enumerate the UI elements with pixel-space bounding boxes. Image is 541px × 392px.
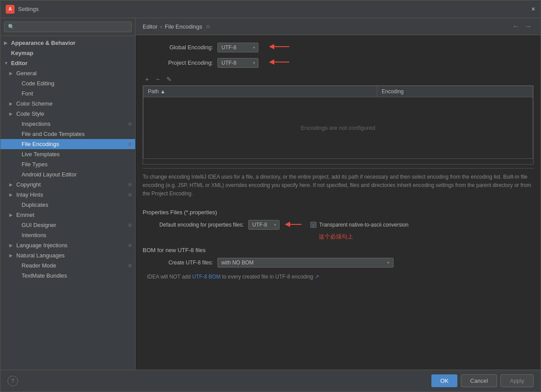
breadcrumb-parent: Editor [143,23,158,30]
red-arrow-annotation-2 [267,58,294,68]
settings-icon: ⊞ [128,223,132,227]
table-toolbar: + − ✎ [143,73,534,85]
nav-arrows: ← → [511,22,534,30]
arrow-icon: ▶ [9,111,15,116]
settings-icon: ⊞ [128,192,132,197]
arrow-icon: ▼ [4,61,9,66]
sidebar-item-label: GUI Designer [22,222,128,228]
sidebar-item-copyright[interactable]: ▶ Copyright ⊞ [0,180,135,190]
sidebar-item-label: Duplicates [22,201,132,208]
sidebar-item-emmet[interactable]: ▶ Emmet [0,210,135,220]
help-button[interactable]: ? [7,376,18,386]
global-encoding-select-wrapper: UTF-8 UTF-16 ISO-8859-1 [217,43,258,52]
sidebar-item-code-editing[interactable]: Code Editing [0,78,135,88]
arrow-icon: ▶ [9,101,15,106]
settings-dialog: A Settings × ▶ Appearance & Behavior Key… [0,0,541,392]
remove-button[interactable]: − [153,75,162,84]
bottom-bar: ? OK Cancel Apply [0,370,541,392]
sidebar-item-inspections[interactable]: Inspections ⊞ [0,119,135,129]
external-link[interactable]: ↗ [315,274,319,280]
sidebar-item-live-templates[interactable]: Live Templates [0,149,135,159]
path-column-header[interactable]: Path ▲ [144,86,377,97]
arrow-icon: ▶ [9,253,15,258]
sidebar-item-color-scheme[interactable]: ▶ Color Scheme [0,99,135,109]
transparent-conversion-label: Transparent native-to-ascii conversion [319,222,409,228]
sidebar-item-intentions[interactable]: Intentions [0,230,135,240]
action-buttons: OK Cancel Apply [431,374,534,387]
sidebar-item-file-code-templates[interactable]: File and Code Templates [0,129,135,139]
content-header: Editor › File Encodings ⊞ ← → [136,18,541,35]
close-button[interactable]: × [531,5,535,13]
sidebar-item-label: Android Layout Editor [22,171,132,178]
bom-select[interactable]: with NO BOM with BOM [217,258,394,267]
project-encoding-row: Project Encoding: UTF-8 UTF-16 ISO-8859-… [143,58,534,68]
encoding-column-header[interactable]: Encoding [377,86,533,97]
window-title: Settings [18,6,531,12]
sidebar-item-label: File and Code Templates [22,131,132,137]
sidebar-item-inlay-hints[interactable]: ▶ Inlay Hints ⊞ [0,190,135,200]
properties-section-title: Properties Files (*.properties) [143,209,534,216]
sidebar-item-label: Editor [11,60,132,66]
breadcrumb-current: File Encodings [165,23,202,30]
arrow-svg-2 [267,58,294,66]
nav-back-button[interactable]: ← [511,22,521,30]
sidebar-item-editor[interactable]: ▼ Editor [0,58,135,68]
sidebar-item-label: Intentions [22,232,132,238]
transparent-conversion-checkbox[interactable] [310,222,317,228]
sidebar-item-gui-designer[interactable]: GUI Designer ⊞ [0,220,135,230]
prop-controls: UTF-8 UTF-16 [248,220,409,230]
apply-button[interactable]: Apply [501,374,534,387]
path-header-label: Path [148,88,159,95]
sidebar-item-android-layout-editor[interactable]: Android Layout Editor [0,169,135,180]
add-button[interactable]: + [143,75,151,84]
arrow-svg-3 [284,220,306,229]
sidebar-item-label: General [16,70,132,77]
annotation-container: 这个必须勾上 [319,233,534,241]
bom-info-text-1: IDEA will NOT add [147,274,192,280]
ok-button[interactable]: OK [431,374,457,387]
sidebar-tree: ▶ Appearance & Behavior Keymap ▼ Editor … [0,36,135,370]
red-arrow-annotation-1 [267,42,294,52]
app-icon: A [6,5,15,14]
breadcrumb: Editor › File Encodings ⊞ [143,23,210,30]
transparent-conversion-checkbox-wrapper[interactable]: Transparent native-to-ascii conversion [310,222,409,228]
sidebar-item-label: Live Templates [22,151,132,158]
empty-table-row: Encodings are not configured [144,97,533,159]
utf8-bom-link[interactable]: UTF-8 BOM [192,274,221,280]
path-encoding-table: Path ▲ Encoding Encodi [143,86,533,159]
arrow-icon: ▶ [9,192,15,197]
settings-icon: ⊞ [128,182,132,187]
default-encoding-for-properties-label: Default encoding for properties files: [143,222,244,228]
sidebar-item-general[interactable]: ▶ General [0,68,135,78]
sidebar-item-keymap[interactable]: Keymap [0,48,135,58]
settings-icon: ⊞ [128,121,132,126]
sidebar-item-font[interactable]: Font [0,88,135,99]
sort-arrow: ▲ [160,88,166,95]
sidebar-item-language-injections[interactable]: ▶ Language Injections ⊞ [0,240,135,250]
sidebar-item-appearance[interactable]: ▶ Appearance & Behavior [0,38,135,48]
props-encoding-select[interactable]: UTF-8 UTF-16 [248,220,280,230]
annotation-text: 这个必须勾上 [319,233,353,240]
sidebar-item-duplicates[interactable]: Duplicates [0,200,135,210]
search-input[interactable] [4,22,132,32]
global-encoding-label: Global Encoding: [143,44,213,51]
edit-button[interactable]: ✎ [164,75,174,84]
settings-icon: ⊞ [128,142,132,147]
path-encoding-table-container: Path ▲ Encoding Encodi [143,85,534,165]
content-area: Editor › File Encodings ⊞ ← → Global Enc… [136,18,541,370]
sidebar-item-reader-mode[interactable]: Reader Mode ⊞ [0,260,135,271]
sidebar-item-label: Keymap [11,50,132,56]
nav-forward-button[interactable]: → [523,22,534,30]
sidebar-item-natural-languages[interactable]: ▶ Natural Languages [0,250,135,260]
sidebar-item-code-style[interactable]: ▶ Code Style [0,109,135,119]
props-encoding-select-wrapper: UTF-8 UTF-16 [248,220,280,230]
project-encoding-select[interactable]: UTF-8 UTF-16 ISO-8859-1 [217,58,258,68]
cancel-button[interactable]: Cancel [461,374,497,387]
arrow-icon: ▶ [9,71,15,76]
sidebar-item-file-types[interactable]: File Types [0,159,135,169]
sidebar-item-textmate-bundles[interactable]: TextMate Bundles [0,271,135,281]
properties-section: Properties Files (*.properties) Default … [143,209,534,241]
global-encoding-select[interactable]: UTF-8 UTF-16 ISO-8859-1 [217,43,258,52]
sidebar-item-file-encodings[interactable]: File Encodings ⊞ [0,139,135,149]
bom-section-title: BOM for new UTF-8 files [143,247,534,253]
